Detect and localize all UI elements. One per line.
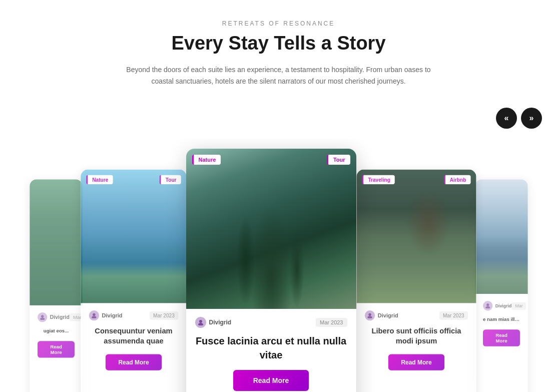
card-left-tags: Nature Tour	[81, 175, 187, 184]
card-right-read-more[interactable]: Read More	[388, 354, 444, 370]
card-center-title: Fusce lacinia arcu et nulla nulla vitae	[195, 334, 347, 362]
header-title: Every Stay Tells a Story	[100, 32, 457, 55]
header-section: RETREATS OF RESONANCE Every Stay Tells a…	[0, 20, 557, 88]
cards-track: Divigrid Mar ugiat eos... Read More Natu…	[0, 149, 557, 392]
card-far-right-body: Divigrid Mar e nam mias illum r apidipis…	[475, 294, 528, 355]
card-right-title: Libero sunt officiis officia modi ipsum	[364, 326, 467, 347]
card-right-tags: Traveling Airbnb	[356, 175, 476, 184]
card-far-right-meta: Divigrid Mar	[483, 301, 520, 310]
card-right-tag-traveling: Traveling	[362, 175, 395, 184]
card-left-title: Consequuntur veniam assumenda quae	[89, 326, 178, 347]
card-right-avatar	[364, 310, 374, 320]
card-far-right-date: Mar	[511, 302, 526, 309]
card-far-left-read-more[interactable]: Read More	[38, 341, 75, 358]
card-left: Nature Tour Divigrid Mar 2023	[81, 170, 187, 392]
card-center-author: Divigrid	[195, 317, 232, 328]
card-right-author-name: Divigrid	[377, 312, 398, 319]
card-left-tag-tour: Tour	[159, 175, 181, 184]
card-center-tag-nature: Nature	[192, 155, 221, 165]
card-far-left-meta: Divigrid Mar	[38, 312, 75, 322]
card-far-right-image	[475, 179, 528, 294]
svg-point-6	[368, 313, 371, 316]
card-right-image-wrapper: Traveling Airbnb	[356, 170, 476, 303]
author-avatar	[38, 312, 47, 322]
svg-point-3	[92, 316, 96, 318]
card-right-body: Divigrid Mar 2023 Libero sunt officiis o…	[356, 303, 476, 380]
svg-point-2	[93, 313, 96, 316]
svg-point-8	[486, 304, 489, 306]
prev-arrow-button[interactable]: «	[496, 108, 517, 129]
card-far-left-title: ugiat eos...	[38, 327, 75, 334]
card-center-avatar	[195, 317, 206, 328]
carousel-wrapper: Divigrid Mar ugiat eos... Read More Natu…	[0, 139, 557, 392]
card-center: Nature Tour Divigrid Mar 2023	[186, 149, 356, 392]
card-right-date: Mar 2023	[439, 311, 467, 320]
card-left-tag-nature: Nature	[86, 175, 113, 184]
next-arrow-button[interactable]: »	[521, 108, 542, 129]
card-far-right-title: e nam mias illum r apidipis	[483, 316, 520, 323]
header-description: Beyond the doors of each suite lies an e…	[119, 64, 439, 88]
card-center-author-name: Divigrid	[209, 319, 232, 326]
svg-point-7	[367, 316, 372, 318]
card-left-author: Divigrid	[89, 310, 122, 320]
card-far-right-image-wrapper	[475, 179, 528, 294]
card-center-date: Mar 2023	[316, 318, 347, 327]
card-right: Traveling Airbnb Divigrid Mar 2023	[356, 170, 476, 392]
card-center-image	[186, 149, 356, 309]
svg-point-5	[198, 323, 203, 325]
card-center-meta: Divigrid Mar 2023	[195, 317, 347, 328]
card-left-author-name: Divigrid	[102, 312, 122, 319]
card-center-tag-tour: Tour	[327, 155, 350, 165]
card-center-tags: Nature Tour	[186, 155, 356, 165]
card-far-right-author: Divigrid	[483, 301, 511, 310]
card-far-left: Divigrid Mar ugiat eos... Read More	[30, 179, 83, 392]
card-far-left-author-name: Divigrid	[50, 314, 69, 320]
svg-point-0	[41, 315, 44, 317]
svg-point-9	[485, 306, 490, 308]
card-right-tag-airbnb: Airbnb	[443, 175, 470, 184]
card-center-read-more[interactable]: Read More	[233, 370, 309, 391]
card-left-body: Divigrid Mar 2023 Consequuntur veniam as…	[81, 303, 187, 380]
card-far-right-author-name: Divigrid	[495, 303, 511, 308]
card-far-right-avatar	[483, 301, 492, 310]
card-left-meta: Divigrid Mar 2023	[89, 310, 178, 320]
card-far-right-read-more[interactable]: Read More	[483, 330, 520, 346]
card-center-body: Divigrid Mar 2023 Fusce lacinia arcu et …	[186, 309, 356, 392]
card-far-left-author: Divigrid	[38, 312, 70, 322]
header-eyebrow: RETREATS OF RESONANCE	[100, 20, 457, 27]
svg-point-1	[40, 318, 45, 320]
card-right-author: Divigrid	[364, 310, 398, 320]
svg-point-4	[199, 320, 202, 323]
card-far-left-image	[30, 179, 83, 305]
card-far-right: Divigrid Mar e nam mias illum r apidipis…	[475, 179, 528, 392]
card-left-image-wrapper: Nature Tour	[81, 170, 187, 303]
card-left-image	[81, 170, 187, 303]
card-left-read-more[interactable]: Read More	[105, 354, 162, 370]
card-center-image-wrapper: Nature Tour	[186, 149, 356, 309]
card-far-left-image-wrapper	[30, 179, 83, 305]
card-left-date: Mar 2023	[149, 311, 178, 320]
card-left-avatar	[89, 310, 99, 320]
page-wrapper: RETREATS OF RESONANCE Every Stay Tells a…	[0, 0, 557, 392]
card-right-meta: Divigrid Mar 2023	[364, 310, 467, 320]
nav-arrows: « »	[0, 108, 557, 129]
card-right-image	[356, 170, 476, 303]
card-far-left-body: Divigrid Mar ugiat eos... Read More	[30, 305, 83, 367]
